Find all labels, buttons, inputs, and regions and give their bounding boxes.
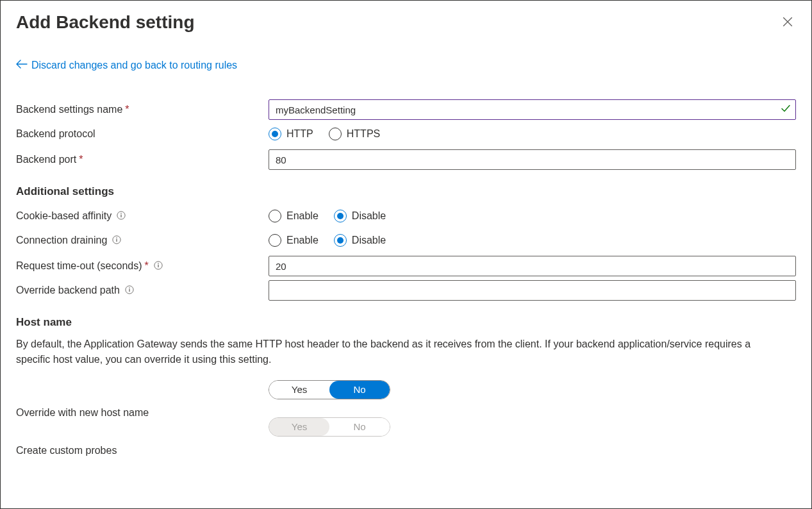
label-backend-name: Backend settings name (16, 104, 122, 115)
cookie-disable-radio[interactable]: Disable (334, 210, 386, 222)
info-icon[interactable] (154, 261, 164, 271)
close-icon[interactable] (782, 16, 793, 29)
draining-radio-group: Enable Disable (269, 234, 386, 247)
label-timeout: Request time-out (seconds) (16, 260, 142, 272)
backend-name-input[interactable] (269, 99, 796, 120)
protocol-radio-group: HTTP HTTPS (269, 128, 380, 140)
svg-point-1 (120, 213, 122, 214)
draining-enable-label: Enable (286, 235, 319, 246)
hostname-heading: Host name (16, 316, 796, 329)
override-hostname-toggle-secondary: Yes No (269, 417, 390, 437)
override-hostname-yes[interactable]: Yes (269, 381, 329, 399)
label-cookie-affinity: Cookie-based affinity (16, 210, 112, 222)
svg-point-7 (158, 263, 159, 264)
arrow-left-icon (16, 60, 28, 71)
add-backend-setting-panel: Add Backend setting Discard changes and … (0, 0, 812, 509)
svg-point-10 (129, 287, 130, 288)
label-custom-probes: Create custom probes (16, 445, 117, 456)
draining-disable-label: Disable (352, 235, 386, 246)
backend-port-input[interactable] (269, 149, 796, 170)
hostname-description: By default, the Application Gateway send… (16, 337, 785, 367)
protocol-https-radio[interactable]: HTTPS (329, 128, 380, 140)
back-link-text: Discard changes and go back to routing r… (31, 60, 237, 71)
svg-rect-8 (158, 265, 158, 267)
override-path-input[interactable] (269, 280, 796, 301)
label-override-hostname: Override with new host name (16, 407, 149, 419)
protocol-https-label: HTTPS (347, 128, 380, 140)
override-hostname2-no: No (329, 418, 390, 436)
panel-title: Add Backend setting (16, 12, 194, 33)
draining-disable-radio[interactable]: Disable (334, 234, 386, 247)
info-icon[interactable] (117, 211, 127, 221)
protocol-http-radio[interactable]: HTTP (269, 128, 313, 140)
label-backend-protocol: Backend protocol (16, 128, 95, 140)
override-hostname2-yes: Yes (269, 418, 329, 436)
info-icon[interactable] (125, 285, 135, 296)
svg-rect-5 (117, 239, 117, 242)
additional-settings-heading: Additional settings (16, 185, 796, 198)
protocol-http-label: HTTP (286, 128, 313, 140)
override-hostname-toggle: Yes No (269, 380, 390, 399)
label-connection-draining: Connection draining (16, 235, 107, 246)
cookie-enable-label: Enable (286, 210, 319, 222)
svg-rect-11 (129, 289, 129, 292)
cookie-enable-radio[interactable]: Enable (269, 210, 319, 222)
required-marker: * (79, 154, 83, 165)
label-backend-port: Backend port (16, 154, 76, 165)
svg-point-4 (117, 237, 118, 238)
checkmark-icon (781, 104, 791, 116)
required-marker: * (145, 260, 149, 272)
draining-enable-radio[interactable]: Enable (269, 234, 319, 247)
required-marker: * (125, 104, 129, 115)
info-icon[interactable] (112, 235, 122, 246)
svg-rect-2 (121, 215, 122, 217)
back-link[interactable]: Discard changes and go back to routing r… (16, 60, 237, 71)
cookie-disable-label: Disable (352, 210, 386, 222)
cookie-affinity-radio-group: Enable Disable (269, 210, 386, 222)
timeout-input[interactable] (269, 256, 796, 276)
override-hostname-no[interactable]: No (329, 381, 390, 399)
label-override-path: Override backend path (16, 285, 120, 296)
